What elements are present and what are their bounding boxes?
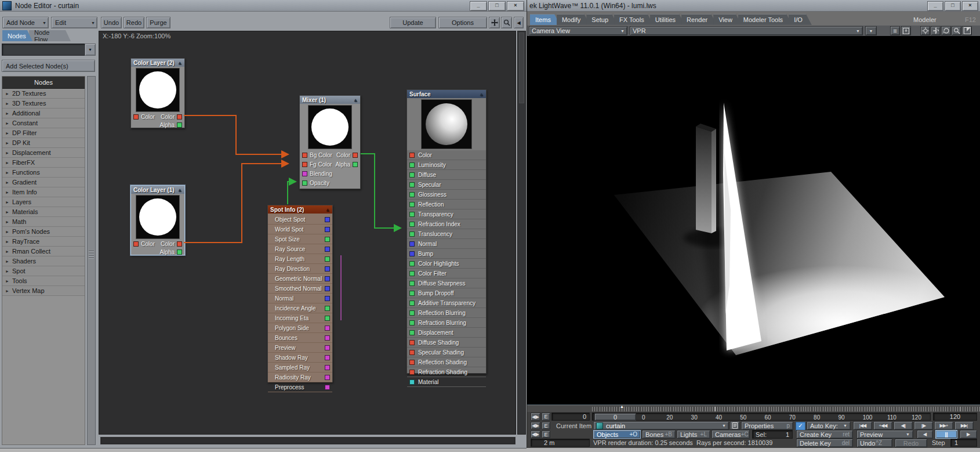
viewport-list-icon[interactable]: ≡	[890, 26, 900, 35]
node-editor-titlebar[interactable]: Node Editor - curtain _ □ ×	[0, 0, 527, 12]
transport-button[interactable]: ◀||	[894, 421, 913, 430]
connector-square[interactable]	[325, 365, 330, 370]
move-view-icon[interactable]	[931, 26, 941, 35]
connector-square[interactable]	[302, 180, 307, 186]
connector-square[interactable]	[302, 162, 307, 167]
connector-square[interactable]	[409, 291, 415, 296]
select-bones-button[interactable]: Bones+B	[642, 430, 676, 439]
connector-square[interactable]	[353, 162, 358, 167]
menu-tab[interactable]: Render	[681, 14, 717, 25]
zoom-view-icon[interactable]	[952, 26, 961, 35]
undo-button[interactable]: Undo	[101, 17, 122, 28]
node-input[interactable]: Bg Color	[300, 150, 332, 160]
node-output[interactable]: Alpha	[159, 248, 184, 256]
envelope-button[interactable]: E	[542, 431, 550, 438]
minimize-button[interactable]: _	[927, 1, 943, 11]
node-input[interactable]: Fg Color	[300, 160, 332, 169]
connector-square[interactable]	[325, 227, 330, 232]
render-options-button[interactable]: ▼	[865, 26, 877, 35]
zoom-icon[interactable]	[501, 17, 512, 28]
connector-square[interactable]	[325, 276, 330, 281]
tab-node-flow[interactable]: Node Flow	[29, 30, 71, 41]
search-dropdown-button[interactable]: ▼	[85, 44, 96, 56]
connector-square[interactable]	[325, 217, 330, 222]
category-item[interactable]: ►Constant	[2, 118, 85, 128]
node-input[interactable]: Color	[131, 113, 155, 121]
node-output[interactable]: Incoming Eta	[268, 313, 332, 323]
connector-square[interactable]	[409, 261, 415, 266]
category-item[interactable]: ►Item Info	[2, 187, 85, 197]
node-spot-info-2[interactable]: Spot Info (2)▲ Object SpotWorld SpotSpot…	[267, 205, 333, 382]
node-input[interactable]: Blending	[300, 169, 332, 178]
connector-square[interactable]	[409, 172, 415, 178]
category-item[interactable]: ►Shaders	[2, 256, 85, 266]
connector-square[interactable]	[325, 375, 330, 380]
category-item[interactable]: ►Math	[2, 217, 85, 227]
current-item-dropdown[interactable]: curtain ▼	[593, 421, 729, 430]
transport-button[interactable]: ||▶	[914, 421, 933, 430]
node-input[interactable]: Color Highlights	[407, 259, 486, 269]
node-input[interactable]: Refraction Index	[407, 219, 486, 229]
connector-square[interactable]	[409, 360, 415, 365]
node-output[interactable]: Alpha	[335, 160, 360, 169]
node-output[interactable]: Alpha	[159, 121, 184, 129]
node-output[interactable]: World Spot	[268, 225, 332, 234]
connector-square[interactable]	[409, 320, 415, 326]
node-input[interactable]: Additive Transparency	[407, 298, 486, 308]
node-surface[interactable]: Surface▲ ColorLuminosityDiffuseSpecularG…	[406, 89, 487, 374]
node-output[interactable]: Smoothed Normal	[268, 284, 332, 294]
item-expand-button[interactable]: ◀▶	[531, 422, 540, 429]
node-output[interactable]: Preprocess	[268, 382, 332, 392]
node-output[interactable]: Incidence Angle	[268, 303, 332, 313]
connector-square[interactable]	[409, 340, 415, 345]
node-input[interactable]: Bump Dropoff	[407, 288, 486, 298]
slider-expand-button[interactable]: ◀▶	[531, 413, 540, 421]
category-item[interactable]: ►DP Filter	[2, 128, 85, 138]
connector-square[interactable]	[325, 247, 330, 252]
node-color-layer-1[interactable]: Color Layer (1)▲ Color ColorAlpha	[130, 185, 185, 255]
node-input[interactable]: Refraction Shading	[407, 367, 486, 377]
connector-square[interactable]	[325, 286, 330, 291]
node-input[interactable]: Reflection	[407, 200, 486, 209]
node-input[interactable]: Luminosity	[407, 160, 486, 170]
options-button[interactable]: Options	[438, 17, 487, 28]
node-output[interactable]: Color	[159, 113, 184, 121]
add-node-dropdown[interactable]: Add Node▼	[2, 17, 49, 28]
node-input[interactable]: Color	[131, 240, 155, 248]
menu-tab[interactable]: Modify	[557, 14, 590, 25]
collapse-icon[interactable]: ▲	[325, 207, 330, 212]
maximize-viewport-icon[interactable]	[962, 26, 972, 35]
node-output[interactable]: Sampled Ray	[268, 363, 332, 373]
select-objects-button[interactable]: Objects+O	[593, 430, 641, 439]
pause-button[interactable]: ||	[935, 430, 957, 439]
connector-square[interactable]	[409, 182, 415, 187]
node-output[interactable]: Ray Source	[268, 244, 332, 254]
add-selected-button[interactable]: Add Selected Node(s)	[2, 60, 95, 72]
envelope-button[interactable]: E	[542, 422, 550, 429]
connector-square[interactable]	[409, 271, 415, 276]
category-item[interactable]: ►Functions	[2, 168, 85, 178]
category-item[interactable]: ►Materials	[2, 207, 85, 217]
collapse-icon[interactable]: ▲	[353, 97, 358, 103]
node-output[interactable]: Object Spot	[268, 215, 332, 225]
frame-slider-handle[interactable]: 0	[594, 413, 636, 421]
category-item[interactable]: ►FiberFX	[2, 158, 85, 168]
connector-square[interactable]	[325, 385, 330, 390]
viewport-save-icon[interactable]	[901, 26, 911, 35]
preview-dropdown[interactable]: Preview▼	[856, 430, 913, 439]
node-input[interactable]: Glossiness	[407, 190, 486, 200]
render-mode-dropdown[interactable]: VPR▼	[630, 26, 863, 35]
connector-square[interactable]	[325, 237, 330, 242]
node-output[interactable]: Bounces	[268, 333, 332, 343]
connector-square[interactable]	[409, 350, 415, 355]
play-forward-button[interactable]: ▶	[960, 430, 977, 439]
node-output[interactable]: Spot Size	[268, 234, 332, 244]
select-lights-button[interactable]: Lights+L	[677, 430, 710, 439]
connector-square[interactable]	[325, 335, 330, 341]
item-properties-icon[interactable]	[730, 421, 740, 430]
graph-horizontal-scrollbar[interactable]	[100, 437, 516, 444]
maximize-button[interactable]: □	[945, 1, 961, 11]
auto-key-checkbox[interactable]: ✓	[796, 422, 805, 431]
node-input[interactable]: Reflection Shading	[407, 357, 486, 367]
create-key-button[interactable]: Create Keyret	[796, 430, 853, 439]
